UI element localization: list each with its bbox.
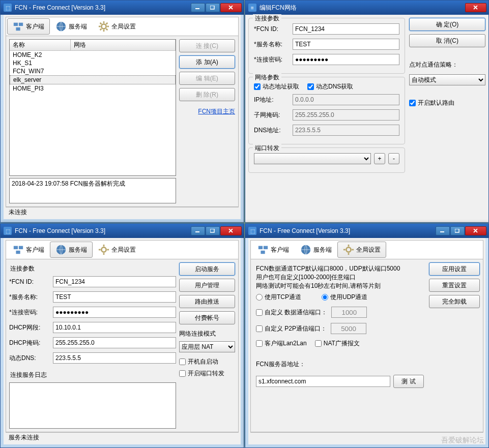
connect-button[interactable]: 连 接(C) [179,39,235,52]
tab-settings[interactable]: 全局设置 [93,242,141,258]
server-addr-input[interactable] [256,376,390,387]
svg-rect-16 [210,229,214,232]
autostart-checkbox[interactable]: 开机自启动 [179,357,235,366]
pay-account-button[interactable]: 付费帐号 [179,311,235,324]
ok-button[interactable]: 确 定(O) [409,18,485,31]
project-link[interactable]: FCN项目主页 [198,108,235,115]
tab-client[interactable]: 客户端 [7,242,50,258]
maximize-button[interactable] [206,226,220,235]
nat-bcast-checkbox[interactable]: NAT广播报文 [315,339,360,348]
client-window: ⬚ FCN - Free Connect [Version 3.3] 客户端 服… [0,0,244,223]
app-icon: ⬚ [4,227,12,235]
dyn-dns-input[interactable] [53,352,176,364]
list-item[interactable]: HOME_K2 [10,51,176,59]
conn-pwd-input[interactable] [293,54,399,65]
fcn-id-input[interactable] [293,23,399,35]
remove-port-button[interactable]: - [388,153,399,164]
col-network-header[interactable]: 网络 [71,40,176,50]
tab-strip: 客户端 服务端 全局设置 [6,240,239,259]
minimize-button[interactable] [191,3,205,12]
list-item[interactable]: HK_S1 [10,59,176,67]
col-name-header[interactable]: 名称 [10,40,71,50]
minimize-button[interactable] [436,226,450,235]
reset-button[interactable]: 重置设置 [429,279,480,292]
info-line: 用户也可自定义[1000-2000]任意端口 [256,273,424,282]
group-title: 连接参数 [253,14,281,23]
uninstall-button[interactable]: 完全卸载 [429,295,480,308]
dhcp-mask-input[interactable] [53,337,176,348]
close-button[interactable] [220,226,242,235]
conn-mode-select[interactable]: 应用层 NAT [179,341,235,352]
delete-button[interactable]: 删 除(R) [179,88,235,101]
port-forward-combo[interactable] [254,153,371,164]
client-icon [257,244,269,255]
titlebar[interactable]: ⬚ FCN - Free Connect [Version 3.3] [245,224,488,238]
titlebar[interactable]: ≡ 编辑FCN网络 [245,1,488,15]
user-mgmt-button[interactable]: 用户管理 [179,279,235,292]
group-title: 端口转发 [253,144,281,153]
svg-line-13 [100,29,102,31]
info-line: 网络测试时可能会有10秒左右时间,请稍等片刻 [256,282,424,290]
close-button[interactable] [220,3,242,12]
lan2lan-checkbox[interactable]: 客户端Lan2Lan [256,339,307,348]
p2p-port-input [331,323,366,334]
tab-server[interactable]: 服务端 [295,242,337,258]
connection-list[interactable]: 名称 网络 HOME_K2 HK_S1 FCN_WIN7 elk_server … [9,39,176,176]
svg-rect-4 [16,27,20,31]
tcp-radio[interactable]: 使用TCP通道 [256,293,301,302]
test-button[interactable]: 测 试 [393,375,424,388]
maximize-button[interactable] [450,226,465,235]
cancel-button[interactable]: 取 消(C) [409,34,485,47]
udp-radio[interactable]: 使用UDP通道 [322,293,367,302]
close-button[interactable] [465,226,486,235]
tab-server[interactable]: 服务端 [50,18,93,35]
titlebar[interactable]: ⬚ FCN - Free Connect [Version 3.3] [1,1,244,15]
p2p-mode-select[interactable]: 自动模式 [409,74,485,85]
minimize-button[interactable] [191,226,205,235]
route-push-button[interactable]: 路由推送 [179,295,235,308]
window-title: FCN - Free Connect [Version 3.3] [15,4,190,11]
tab-settings[interactable]: 全局设置 [93,18,141,35]
default-route-checkbox[interactable]: 开启默认路由 [409,99,485,107]
mask-label: 子网掩码: [254,111,290,120]
dyn-dns-checkbox[interactable]: 动态DNS获取 [307,82,353,91]
svg-point-6 [101,24,106,28]
list-item[interactable]: FCN_WIN7 [10,67,176,75]
svg-rect-1 [210,6,214,9]
globe-icon [55,244,67,255]
gear-icon [343,244,354,255]
list-item[interactable]: HOME_PI3 [10,84,176,93]
add-port-button[interactable]: + [374,153,385,164]
conn-pwd-input[interactable] [53,307,176,318]
dyn-dns-label: 动态DNS: [9,354,50,363]
edit-dialog: ≡ 编辑FCN网络 连接参数 *FCN ID: *服务名称: *连接密码: 网络… [245,0,489,223]
edit-button[interactable]: 编 辑(E) [179,72,235,85]
apply-button[interactable]: 应用设置 [429,262,480,276]
dyn-addr-checkbox[interactable]: 动态地址获取 [254,82,299,91]
custom-p2p-checkbox[interactable]: 自定义 P2P通信端口： [256,324,327,333]
dhcp-net-input[interactable] [53,322,176,333]
fcn-id-input[interactable] [53,276,176,287]
service-name-input[interactable] [293,39,399,50]
svg-rect-0 [195,8,199,9]
add-button[interactable]: 添 加(A) [179,55,235,69]
tab-client[interactable]: 客户端 [252,242,295,258]
info-line: FCN数据通道TCP默认端口8000，UDP默认端口5000 [256,264,424,273]
tab-server[interactable]: 服务端 [50,242,93,258]
maximize-button[interactable] [206,3,220,12]
gear-icon [98,244,109,255]
list-item[interactable]: elk_server [10,75,176,84]
tab-client[interactable]: 客户端 [7,18,50,35]
portfwd-checkbox[interactable]: 开启端口转发 [179,369,235,378]
status-bar: 服务未连接 [6,432,239,442]
tab-settings[interactable]: 全局设置 [337,242,386,258]
data-port-input [331,307,367,318]
close-button[interactable] [465,3,486,12]
svg-rect-27 [455,229,459,232]
titlebar[interactable]: ⬚ FCN - Free Connect [Version 3.3] [1,224,244,238]
server-window: ⬚ FCN - Free Connect [Version 3.3] 客户端 服… [0,223,244,448]
dns-label: DNS地址: [254,126,290,135]
custom-data-checkbox[interactable]: 自定义 数据通信端口： [256,308,327,317]
start-service-button[interactable]: 启动服务 [179,262,235,276]
service-name-input[interactable] [53,291,176,303]
